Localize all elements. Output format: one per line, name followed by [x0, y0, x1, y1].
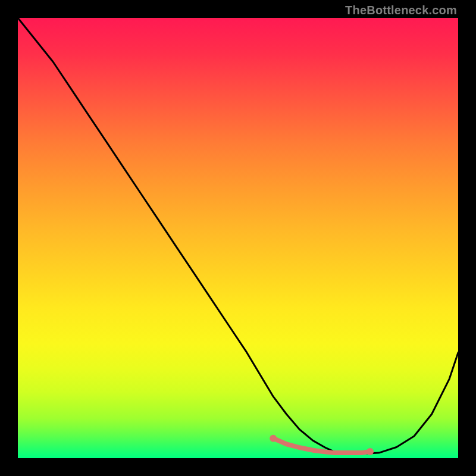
- bottleneck-curve: [18, 18, 458, 454]
- plot-area: [18, 18, 458, 458]
- curve-svg: [18, 18, 458, 458]
- highlight-marker: [367, 448, 374, 455]
- chart-container: TheBottleneck.com: [0, 0, 476, 476]
- watermark-text: TheBottleneck.com: [345, 4, 457, 17]
- highlight-marker: [270, 435, 277, 442]
